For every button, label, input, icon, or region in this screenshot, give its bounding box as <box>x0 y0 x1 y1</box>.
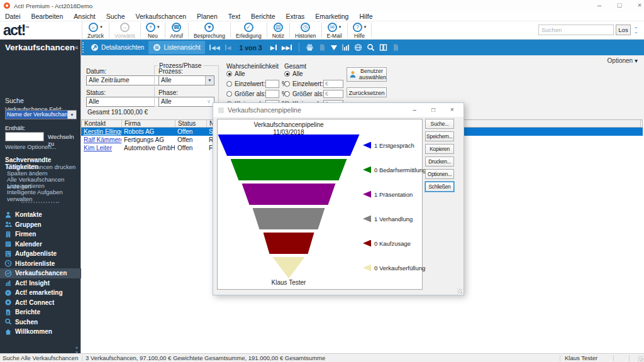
dialog-resize-grip[interactable] <box>457 288 462 293</box>
dialog-close-button[interactable]: × <box>443 103 461 117</box>
menu-item-hilfe[interactable]: Hilfe <box>359 13 372 20</box>
radio-icon[interactable] <box>284 71 290 77</box>
sidebar-item-gruppen[interactable]: Gruppen <box>0 220 81 230</box>
chevron-down-icon[interactable]: ▾ <box>100 25 103 30</box>
dialog-drucken-button[interactable]: Drucken... <box>425 156 454 167</box>
next-record-button[interactable]: ▶ <box>270 45 277 51</box>
dialog-optionen-button[interactable]: Optionen... <box>425 169 454 179</box>
menu-item-bearbeiten[interactable]: Bearbeiten <box>31 13 64 20</box>
menu-item-datei[interactable]: Datei <box>5 13 21 20</box>
field-select[interactable]: Name der Verkaufschance ▼ <box>5 110 77 119</box>
more-options-link[interactable]: Weitere Optionen... <box>5 143 57 150</box>
sidebar-item-act-insight[interactable]: Act! Insight <box>0 278 81 288</box>
export-icon[interactable] <box>318 43 326 52</box>
dialog-suche-button[interactable]: Suche... <box>425 119 454 129</box>
anruf-button[interactable]: ☎Anruf <box>165 21 188 39</box>
value-input[interactable] <box>265 90 279 98</box>
radio-icon[interactable] <box>226 71 232 77</box>
toolbar-grip[interactable] <box>82 42 84 53</box>
print-icon[interactable] <box>306 43 314 52</box>
sidebar-item-firmen[interactable]: Firmen <box>0 229 81 239</box>
menu-item-extras[interactable]: Extras <box>286 13 305 20</box>
reset-button[interactable]: Zurücksetzen <box>347 87 387 97</box>
contact-link[interactable]: Kim Leiter <box>84 145 112 151</box>
search-go-button[interactable]: Los <box>616 25 631 35</box>
toolbar-overflow-icon[interactable]: ⌄⌄ <box>634 25 638 35</box>
radio-einzelwert[interactable]: Einzelwert: <box>284 80 323 87</box>
chevron-down-icon[interactable]: ▼ <box>205 76 214 85</box>
erledigung-button[interactable]: ✓Erledigung <box>231 21 267 39</box>
preview-icon[interactable] <box>392 43 400 52</box>
radio-größerals[interactable]: Größer als: <box>284 90 324 97</box>
cell-contact[interactable]: Kim Leiter <box>81 144 121 152</box>
menu-item-ansicht[interactable]: Ansicht <box>74 13 95 20</box>
menu-item-suche[interactable]: Suche <box>106 13 125 20</box>
value-input[interactable]: € <box>323 90 343 98</box>
web-info-icon[interactable] <box>354 43 362 52</box>
sidebar-item-kalender[interactable]: Kalender <box>0 239 81 250</box>
cell-contact[interactable]: Kerstin Ellinger <box>81 128 121 136</box>
chevron-down-icon[interactable]: ▾ <box>157 25 160 30</box>
sidebar-item-kontakte[interactable]: Kontakte <box>0 210 81 220</box>
options-menu[interactable]: Optionen ▾ <box>608 57 638 64</box>
search-input[interactable] <box>538 25 614 35</box>
prozess-select[interactable]: Alle▼ <box>158 75 214 85</box>
radio-icon[interactable] <box>284 91 290 97</box>
tab-list-view[interactable]: Listenansicht <box>148 41 204 54</box>
maximize-button[interactable]: □ <box>609 0 630 11</box>
radio-einzelwert[interactable]: Einzelwert: <box>226 80 265 87</box>
contact-link[interactable]: Kerstin Ellinger <box>84 128 121 135</box>
column-header-firma[interactable]: Firma <box>122 120 175 127</box>
dialog-kopieren-button[interactable]: Kopieren <box>425 144 454 154</box>
dialog-maximize-button[interactable]: □ <box>425 103 442 117</box>
neu-button[interactable]: +▾Neu <box>141 21 165 39</box>
chart-icon[interactable] <box>341 43 350 52</box>
tab-detail-views[interactable]: Detailansichten <box>86 41 148 54</box>
menu-item-text[interactable]: Text <box>228 13 240 20</box>
radio-icon[interactable] <box>226 81 232 87</box>
radio-icon[interactable] <box>284 81 290 87</box>
historien-button[interactable]: ◷Historien <box>290 21 321 39</box>
radio-alle[interactable]: Alle <box>284 70 303 77</box>
window-resize-grip[interactable] <box>638 356 643 361</box>
notiz-button[interactable]: ▤Notiz <box>267 21 289 39</box>
nav-splitter-handle[interactable] <box>21 202 59 203</box>
sidebar-item-act-connect[interactable]: Act! Connect <box>0 298 81 308</box>
last-record-button[interactable]: ▶▶ <box>282 45 293 51</box>
contact-link[interactable]: Ralf Kämmerer <box>84 136 121 143</box>
radio-icon[interactable] <box>226 91 232 97</box>
minimize-button[interactable]: – <box>589 0 610 11</box>
chevron-down-icon[interactable]: ▼ <box>67 111 76 119</box>
sidebar-item-berichte[interactable]: Berichte <box>0 307 81 317</box>
phase-select[interactable]: Alle∨ <box>158 97 214 107</box>
besprechung-button[interactable]: ♥Besprechung <box>189 21 230 39</box>
lookup-icon[interactable] <box>367 43 375 52</box>
menu-item-verkaufschancen[interactable]: Verkaufschancen <box>136 13 187 20</box>
menu-item-berichte[interactable]: Berichte <box>251 13 275 20</box>
related-link[interactable]: Intelligente Aufgaben verwalten <box>7 189 80 202</box>
e-mail-button[interactable]: ✉▾E-Mail <box>322 21 347 39</box>
collapse-sidebar-icon[interactable]: « <box>75 44 79 51</box>
sidebar-item-aufgabenliste[interactable]: Aufgabenliste <box>0 249 81 259</box>
value-input[interactable] <box>265 80 279 88</box>
value-input[interactable]: € <box>323 80 343 88</box>
hilfe-button[interactable]: ?▾Hilfe <box>348 21 372 39</box>
sidebar-item-act-emarketing[interactable]: eAct! emarketing <box>0 288 81 298</box>
select-users-button[interactable]: Benutzer auswählen <box>347 67 387 82</box>
cell-contact[interactable]: Ralf Kämmerer <box>81 136 121 144</box>
sidebar-item-verkaufschancen[interactable]: Verkaufschancen <box>0 268 81 278</box>
dialog-schließen-button[interactable]: Schließen <box>425 182 454 192</box>
chevron-down-icon[interactable]: ▾ <box>364 25 367 30</box>
columns-icon[interactable] <box>379 43 387 52</box>
dialog-speichern-button[interactable]: Speichern... <box>425 131 454 141</box>
zurück-button[interactable]: ←▾Zurück <box>82 21 109 39</box>
first-record-button[interactable]: ◀◀ <box>209 45 220 51</box>
radio-größerals[interactable]: Größer als: <box>226 90 266 97</box>
column-header-status[interactable]: Status <box>175 120 207 127</box>
sidebar-item-suchen[interactable]: Suchen <box>0 317 81 327</box>
menu-item-emarketing[interactable]: Emarketing <box>315 13 348 20</box>
contains-input[interactable] <box>5 132 44 141</box>
dialog-minimize-button[interactable]: – <box>406 103 423 117</box>
previous-record-button[interactable]: ◀ <box>225 45 231 51</box>
chevron-down-icon[interactable]: ▾ <box>339 25 341 30</box>
